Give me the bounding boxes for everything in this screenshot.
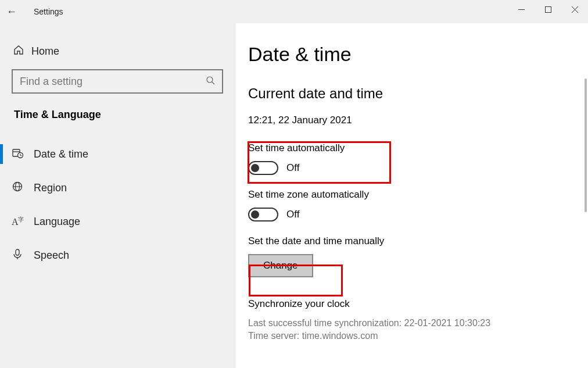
close-button[interactable]	[561, 0, 588, 19]
search-icon	[206, 76, 215, 87]
search-input[interactable]	[20, 76, 206, 88]
set-time-auto-toggle[interactable]	[248, 161, 278, 175]
window-title: Settings	[34, 7, 63, 16]
maximize-button[interactable]	[535, 0, 561, 19]
sidebar-item-date-time[interactable]: Date & time	[0, 137, 223, 171]
mic-icon	[12, 248, 34, 263]
sync-block: Synchronize your clock Last successful t…	[248, 298, 588, 343]
sidebar: Home Time & Language Date & timeRegionA字…	[0, 23, 235, 368]
sidebar-item-speech[interactable]: Speech	[0, 238, 223, 272]
sidebar-item-region[interactable]: Region	[0, 171, 223, 205]
change-button[interactable]: Change	[248, 254, 313, 277]
minimize-button[interactable]	[508, 0, 535, 19]
home-nav[interactable]: Home	[12, 41, 223, 69]
set-tz-auto-block: Set time zone automatically Off	[248, 189, 588, 221]
calendar-clock-icon	[12, 147, 34, 162]
sync-last-line: Last successful time synchronization: 22…	[248, 317, 588, 330]
search-box[interactable]	[12, 69, 223, 94]
window-buttons	[508, 0, 588, 19]
sidebar-item-label: Date & time	[34, 148, 88, 160]
current-datetime-value: 12:21, 22 January 2021	[248, 115, 588, 126]
set-time-auto-state: Off	[286, 162, 299, 174]
home-label: Home	[31, 45, 59, 58]
titlebar: ← Settings	[0, 0, 588, 23]
globe-icon	[12, 181, 34, 195]
svg-rect-1	[545, 6, 551, 12]
page-title: Date & time	[248, 43, 588, 66]
language-icon: A字	[12, 215, 34, 227]
set-tz-auto-toggle[interactable]	[248, 208, 278, 221]
sidebar-item-label: Speech	[34, 249, 69, 262]
set-tz-auto-label: Set time zone automatically	[248, 189, 588, 201]
sync-title: Synchronize your clock	[248, 298, 588, 310]
svg-line-5	[212, 82, 214, 84]
set-manual-label: Set the date and time manually	[248, 235, 588, 247]
scrollbar-thumb[interactable]	[585, 78, 587, 212]
sidebar-item-label: Language	[34, 216, 80, 228]
home-icon	[13, 44, 31, 59]
category-heading: Time & Language	[12, 109, 223, 121]
set-time-auto-block: Set time automatically Off	[248, 142, 588, 175]
sync-server-line: Time server: time.windows.com	[248, 330, 588, 342]
svg-rect-14	[16, 249, 19, 255]
sidebar-item-language[interactable]: A字Language	[0, 205, 223, 238]
back-button[interactable]: ←	[0, 6, 23, 18]
set-manual-block: Set the date and time manually Change	[248, 235, 588, 277]
set-time-auto-label: Set time automatically	[248, 142, 588, 154]
sidebar-item-label: Region	[34, 182, 67, 194]
content-pane: Date & time Current date and time 12:21,…	[235, 23, 588, 368]
set-tz-auto-state: Off	[286, 209, 299, 220]
svg-point-4	[207, 77, 213, 83]
section-current-datetime: Current date and time	[248, 85, 588, 102]
